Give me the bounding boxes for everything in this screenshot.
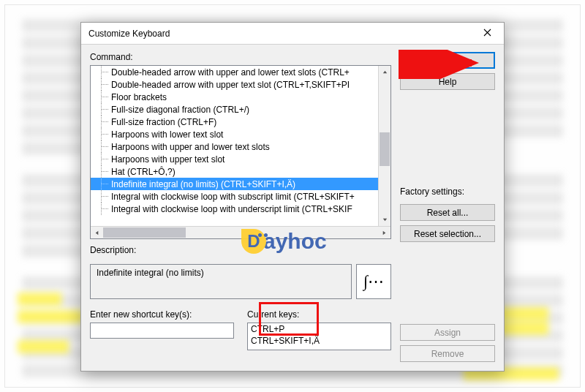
command-tree-item[interactable]: Integral with clockwise loop with unders… <box>91 203 378 215</box>
command-tree-item[interactable]: Harpoons with upper and lower text slots <box>91 140 378 153</box>
command-tree-item[interactable]: Floor brackets <box>91 91 378 103</box>
symbol-preview: ∫⋯ <box>356 264 391 299</box>
command-tree[interactable]: Double-headed arrow with upper and lower… <box>90 65 391 239</box>
horizontal-scrollbar[interactable] <box>91 226 390 238</box>
enter-shortcut-label: Enter new shortcut key(s): <box>90 309 234 320</box>
factory-settings-label: Factory settings: <box>400 186 495 197</box>
scroll-track[interactable] <box>103 227 378 238</box>
dialog-title: Customize Keyboard <box>88 29 471 39</box>
vertical-scrollbar[interactable] <box>378 66 390 226</box>
customize-keyboard-dialog: Customize Keyboard Command: Double-heade… <box>80 22 505 372</box>
current-keys-label: Current keys: <box>247 309 391 320</box>
current-keys-list[interactable]: CTRL+P CTRL+SKIFT+I,Ä <box>247 323 391 350</box>
dialog-titlebar[interactable]: Customize Keyboard <box>81 23 504 45</box>
command-tree-item[interactable]: Hat (CTRL+Ô,?) <box>91 165 378 178</box>
assign-button[interactable]: Assign <box>400 324 495 341</box>
titlebar-close-button[interactable] <box>471 23 504 45</box>
command-tree-item[interactable]: Harpoons with lower text slot <box>91 128 378 140</box>
command-tree-item[interactable]: Double-headed arrow with upper text slot… <box>91 78 378 91</box>
description-text: Indefinite integral (no limits) <box>97 268 204 278</box>
close-icon <box>483 29 491 39</box>
command-tree-item[interactable]: Full-size diagonal fraction (CTRL+/) <box>91 103 378 116</box>
command-tree-item[interactable]: Full-size fraction (CTRL+F) <box>91 116 378 128</box>
description-label: Description: <box>90 245 391 255</box>
scroll-left-arrow-icon[interactable] <box>91 227 103 238</box>
command-tree-item[interactable]: Harpoons with upper text slot <box>91 153 378 165</box>
scroll-right-arrow-icon[interactable] <box>378 227 390 238</box>
scroll-up-arrow-icon[interactable] <box>379 66 390 78</box>
current-key-item[interactable]: CTRL+P <box>251 324 388 336</box>
command-tree-item[interactable]: Double-headed arrow with upper and lower… <box>91 66 378 78</box>
description-box: Indefinite integral (no limits) <box>90 264 352 299</box>
current-key-item[interactable]: CTRL+SKIFT+I,Ä <box>251 336 388 347</box>
help-button[interactable]: Help <box>400 73 495 90</box>
scroll-down-arrow-icon[interactable] <box>379 214 390 226</box>
shortcut-input[interactable] <box>90 323 234 339</box>
reset-selection-button[interactable]: Reset selection... <box>400 225 495 242</box>
command-label: Command: <box>90 52 391 62</box>
reset-all-button[interactable]: Reset all... <box>400 204 495 221</box>
close-button[interactable]: Close <box>400 52 495 69</box>
command-tree-item[interactable]: Integral with clockwise loop with subscr… <box>91 190 378 203</box>
scroll-thumb[interactable] <box>103 227 186 238</box>
scroll-thumb[interactable] <box>380 132 390 166</box>
remove-button[interactable]: Remove <box>400 345 495 362</box>
command-tree-item[interactable]: Indefinite integral (no limits) (CTRL+SK… <box>91 178 378 190</box>
scroll-track[interactable] <box>379 78 390 214</box>
